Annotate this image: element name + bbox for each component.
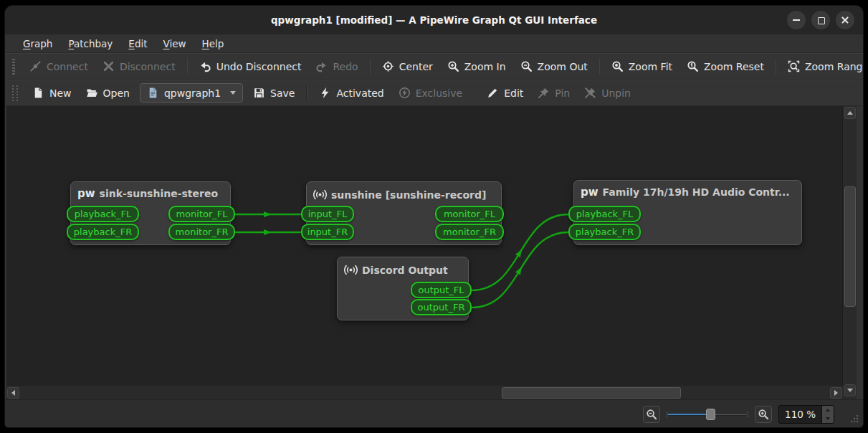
zoom-fit-button[interactable]: Zoom Fit — [604, 57, 679, 76]
menu-patchbay[interactable]: Patchbay — [62, 37, 119, 51]
save-icon — [253, 87, 265, 99]
port-playback-fr[interactable]: playback_FR — [568, 224, 641, 240]
maximize-button[interactable] — [811, 11, 830, 29]
zoom-reset-button[interactable]: Zoom Reset — [679, 57, 771, 76]
pin-button[interactable]: Pin — [530, 83, 577, 103]
connection-arrow — [515, 248, 525, 258]
port-playback-fl[interactable]: playback_FL — [568, 206, 641, 222]
unpin-icon — [584, 87, 596, 99]
edit-button[interactable]: Edit — [480, 83, 530, 103]
scroll-up-button[interactable] — [844, 107, 856, 119]
app-window: qpwgraph1 [modified] — A PipeWire Graph … — [5, 6, 863, 427]
disconnect-button[interactable]: Disconnect — [95, 57, 183, 76]
toolbar-drag-handle[interactable] — [12, 85, 18, 101]
menu-graph[interactable]: Graph — [16, 37, 59, 51]
open-folder-icon — [86, 87, 98, 99]
port-monitor-fr[interactable]: monitor_FR — [435, 224, 504, 240]
zoom-slider-fill — [667, 414, 710, 415]
port-input-fr[interactable]: input_FR — [301, 224, 354, 240]
scroll-right-button[interactable] — [830, 387, 842, 399]
statusbar: 110 % — [5, 399, 863, 427]
save-button[interactable]: Save — [246, 83, 302, 103]
unpin-button[interactable]: Unpin — [577, 83, 638, 103]
toolbar-drag-handle[interactable] — [12, 59, 15, 75]
vertical-scrollbar[interactable] — [844, 106, 857, 399]
zoom-in-label: Zoom In — [464, 61, 506, 72]
activated-label: Activated — [336, 87, 383, 99]
horizontal-scroll-thumb[interactable] — [502, 387, 681, 399]
zoom-range-button[interactable]: Zoom Range — [781, 57, 863, 76]
scroll-down-button[interactable] — [844, 384, 856, 396]
minimize-icon — [793, 19, 800, 21]
scroll-left-button[interactable] — [7, 387, 19, 399]
node-title: sink-sunshine-stereo — [100, 188, 218, 199]
chevron-down-icon — [230, 91, 236, 95]
zoom-in-icon — [758, 409, 769, 420]
open-button[interactable]: Open — [79, 83, 137, 103]
pencil-icon — [487, 87, 499, 99]
port-playback-fl[interactable]: playback_FL — [67, 206, 139, 222]
port-output-fl[interactable]: output_FL — [411, 282, 472, 298]
undo-label: Undo Disconnect — [216, 61, 302, 72]
port-input-fl[interactable]: input_FL — [301, 206, 354, 222]
zoom-out-button[interactable] — [643, 406, 660, 423]
connection-arrow — [515, 265, 525, 275]
port-playback-fr[interactable]: playback_FR — [67, 224, 139, 240]
new-file-icon — [32, 87, 44, 99]
node-title: Family 17h/19h HD Audio Contr... — [603, 186, 790, 198]
exclusive-button[interactable]: Exclusive — [391, 83, 469, 103]
horizontal-scrollbar[interactable] — [6, 386, 843, 399]
connection-layer — [6, 106, 843, 386]
node-title: sunshine [sunshine-record] — [331, 189, 486, 201]
spin-down-icon — [826, 417, 830, 420]
patchbay-profile-combo[interactable]: qpwgraph1 — [140, 83, 243, 103]
unpin-label: Unpin — [601, 87, 631, 99]
close-button[interactable] — [836, 11, 854, 29]
resize-grip[interactable] — [848, 412, 859, 424]
port-monitor-fl[interactable]: monitor_FL — [435, 206, 504, 222]
graph-canvas[interactable]: pw sink-sunshine-stereo sunshine [sunshi… — [6, 106, 843, 386]
broadcast-icon — [344, 263, 358, 277]
toolbar-separator — [187, 59, 188, 75]
menu-view[interactable]: View — [157, 37, 193, 51]
center-label: Center — [399, 61, 433, 72]
zoom-in-button[interactable]: Zoom In — [440, 57, 513, 76]
center-button[interactable]: Center — [375, 57, 440, 76]
spin-buttons — [821, 406, 834, 423]
port-monitor-fl[interactable]: monitor_FL — [168, 206, 235, 222]
vertical-scroll-thumb[interactable] — [844, 186, 856, 307]
zoom-reset-icon — [687, 60, 699, 72]
titlebar[interactable]: qpwgraph1 [modified] — A PipeWire Graph … — [5, 6, 863, 34]
activated-button[interactable]: Activated — [312, 83, 391, 103]
redo-button[interactable]: Redo — [308, 57, 365, 76]
zoom-slider-handle[interactable] — [706, 409, 715, 420]
toolbar-separator — [474, 85, 475, 101]
zoom-slider[interactable] — [667, 406, 748, 423]
open-label: Open — [103, 87, 130, 99]
edit-label: Edit — [504, 87, 523, 99]
zoom-range-label: Zoom Range — [805, 61, 863, 72]
port-output-fr[interactable]: output_FR — [411, 299, 472, 315]
undo-button[interactable]: Undo Disconnect — [192, 57, 309, 76]
new-label: New — [49, 87, 72, 99]
menu-help[interactable]: Help — [196, 37, 231, 51]
undo-icon — [199, 60, 211, 72]
spin-up-icon — [826, 409, 830, 411]
patchbay-profile-value: qpwgraph1 — [164, 87, 221, 99]
zoom-spinbox[interactable]: 110 % — [778, 405, 834, 424]
pipewire-icon: pw — [581, 187, 598, 198]
spin-down-button[interactable] — [822, 414, 834, 423]
connect-button[interactable]: Connect — [22, 57, 95, 76]
spin-up-button[interactable] — [822, 406, 834, 414]
zoom-controls: 110 % — [643, 405, 834, 424]
minimize-button[interactable] — [787, 11, 806, 29]
node-header: pw Family 17h/19h HD Audio Contr... — [574, 181, 801, 198]
patchbay-toolbar: New Open qpwgraph1 Save Activated Exclus… — [5, 80, 863, 106]
zoom-in-button[interactable] — [755, 406, 772, 423]
zoom-out-button[interactable]: Zoom Out — [513, 57, 595, 76]
menu-edit[interactable]: Edit — [122, 37, 153, 51]
save-label: Save — [270, 87, 295, 99]
port-monitor-fr[interactable]: monitor_FR — [168, 224, 235, 240]
connect-label: Connect — [47, 61, 88, 72]
new-button[interactable]: New — [25, 83, 79, 103]
